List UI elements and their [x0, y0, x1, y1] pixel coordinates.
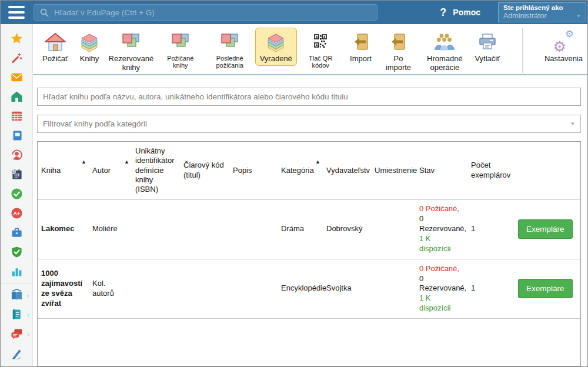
sort-indicator[interactable]: ▲: [81, 142, 89, 199]
settings-gears-icon: ⚙ ⚙: [552, 31, 574, 53]
home-icon: [11, 91, 23, 103]
search-icon: [40, 8, 49, 17]
sidebar-item-classbook[interactable]: [1, 126, 32, 145]
global-search-input[interactable]: Hľadať v EduPage (Ctrl + G): [34, 4, 377, 21]
sidebar-item-timetable[interactable]: [1, 106, 32, 126]
toolbar-item-label: Knihy: [80, 55, 99, 64]
cell-kategoria: Dráma: [278, 199, 315, 259]
table-header-row: Kniha ▲ Autor ▲ Unikátny identifikátor d…: [38, 142, 580, 199]
help-label: Pomoc: [453, 8, 480, 17]
edupage-library-screen: Hľadať v EduPage (Ctrl + G) ? Pomoc Ste …: [0, 0, 588, 367]
toolbar-item-vyradene[interactable]: Vyradené: [255, 28, 297, 66]
sidebar-item-attendance[interactable]: [1, 184, 32, 203]
toolbar-item-pozicat[interactable]: Požičať: [38, 28, 73, 66]
toolbar-item-vytlacit[interactable]: Vytlačiť: [470, 28, 505, 66]
column-header-vydavatelstvo[interactable]: Vydavateľstv: [323, 142, 371, 199]
sidebar-item-favorites[interactable]: [1, 29, 32, 48]
category-filter-select[interactable]: Filtrovať knihy podľa kategórii ▼: [37, 115, 581, 133]
sort-asc-icon: ▲: [81, 159, 89, 165]
table-row: 1000 zajímavostí ze svěza zvířat Kol. au…: [38, 259, 580, 318]
column-header-isbn[interactable]: Unikátny identifikátor definície knihy (…: [132, 142, 180, 199]
notebook-icon: [11, 129, 23, 142]
toolbar-item-tlac-qr-kodov[interactable]: Tlač QR kódov: [297, 28, 345, 72]
cell-umiestnenie: [371, 259, 416, 318]
recent-loans-icon: [218, 31, 242, 53]
sidebar-item-communication[interactable]: ›: [1, 324, 32, 343]
toolbar-item-label: Import: [350, 55, 372, 64]
star-icon: [11, 32, 23, 45]
sidebar-item-substitution[interactable]: [1, 145, 32, 165]
column-header-umiestnenie[interactable]: Umiestnenie: [371, 142, 416, 199]
cell-kniha: 1000 zajímavostí ze svěza zvířat: [38, 259, 81, 318]
column-header-ciarovy-kod[interactable]: Čiarový kód (titul): [180, 142, 229, 199]
cell-autor: Moliére: [89, 199, 124, 259]
sidebar-item-security[interactable]: [1, 242, 32, 262]
cell-kniha: Lakomec: [38, 199, 81, 259]
column-header-stav[interactable]: Stav: [416, 142, 467, 199]
library-book-icon: [11, 289, 23, 301]
column-header-kniha[interactable]: Kniha: [38, 142, 81, 199]
chevron-down-icon: ▼: [570, 121, 575, 126]
toolbar-item-hromadne-operacie[interactable]: Hromadné operácie: [419, 28, 470, 74]
sort-indicator[interactable]: ▲: [124, 142, 132, 199]
import-icon: [349, 31, 373, 53]
pen-icon: [11, 347, 23, 359]
lend-house-icon: [44, 31, 67, 53]
sidebar-divider: [1, 283, 32, 283]
documents-icon: [11, 308, 23, 321]
filters-section: Filtrovať knihy podľa kategórii ▼: [33, 75, 587, 133]
chevron-right-icon: ›: [27, 329, 29, 338]
toolbar-item-label: Po importe: [382, 55, 415, 72]
sidebar-item-wizard[interactable]: [1, 48, 32, 68]
column-header-pocet-exemplarov[interactable]: Počet exemplárov: [467, 142, 514, 199]
column-header-kategoria[interactable]: Kategória: [278, 142, 315, 199]
cell-kategoria: Encyklopédie: [278, 259, 315, 318]
exemplare-button[interactable]: Exempláre: [518, 219, 573, 239]
chat-bubbles-icon: [11, 328, 23, 340]
help-button[interactable]: ? Pomoc: [440, 6, 480, 19]
library-toolbar: Požičať Knihy: [33, 24, 587, 75]
sidebar-item-library[interactable]: ›: [1, 285, 32, 305]
chevron-right-icon: ›: [27, 310, 29, 319]
sidebar-item-grades[interactable]: A+: [1, 203, 32, 223]
cell-popis: [229, 259, 278, 318]
toolbar-item-rezervovane-knihy[interactable]: Rezervované knihy: [106, 28, 156, 74]
toolbar-item-import[interactable]: Import: [345, 28, 377, 66]
toolbar-item-label: Nastavenia: [544, 55, 583, 64]
user-menu[interactable]: Ste prihlásený ako Administrátor ▼: [498, 2, 586, 22]
cell-vydavatelstvo: Svojtka: [323, 259, 371, 318]
chevron-down-icon: ▼: [576, 14, 581, 19]
toolbar-item-pozicane-knihy[interactable]: Požičané knihy: [156, 28, 205, 72]
toolbar-item-nastavenia[interactable]: ⚙ ⚙ Nastavenia: [540, 28, 587, 66]
status-available: 1 K dispozícii: [419, 234, 450, 253]
toolbar-item-posledne-pozicania[interactable]: Posledné požičania: [205, 28, 255, 72]
column-header-popis[interactable]: Popis: [229, 142, 278, 199]
sort-asc-icon: ▲: [315, 159, 323, 165]
exemplare-button[interactable]: Exempláre: [518, 279, 573, 298]
toolbar-item-knihy[interactable]: Knihy: [73, 28, 106, 66]
sidebar-item-agenda[interactable]: [1, 223, 32, 242]
sidebar-item-statistics[interactable]: [1, 262, 32, 281]
toolbar-item-label: Posledné požičania: [209, 55, 250, 69]
sidebar-item-home[interactable]: [1, 87, 32, 106]
cell-actions: Exempláre: [514, 259, 580, 318]
toolbar-item-label: Požičané knihy: [161, 55, 200, 69]
cell-actions: Exempláre: [514, 199, 580, 259]
hamburger-menu-icon[interactable]: [8, 6, 25, 19]
toolbar-divider: [522, 28, 523, 73]
cell-ciarovy-kod: [180, 199, 229, 259]
sidebar-item-signature[interactable]: [1, 343, 32, 363]
logged-in-label: Ste prihlásený ako: [503, 4, 581, 11]
sidebar-item-documents[interactable]: ›: [1, 305, 32, 324]
toolbar-item-label: Tlač QR kódov: [302, 55, 340, 69]
book-search-input[interactable]: [37, 88, 581, 106]
sort-indicator[interactable]: ▲: [315, 142, 323, 199]
books-table: Kniha ▲ Autor ▲ Unikátny identifikátor d…: [38, 142, 580, 319]
column-header-autor[interactable]: Autor: [89, 142, 124, 199]
sidebar-item-calendar[interactable]: [1, 165, 32, 184]
toolbar-item-label: Vyradené: [260, 55, 292, 64]
cell-isbn: [132, 259, 180, 318]
toolbar-item-po-importe[interactable]: Po importe: [377, 28, 420, 74]
sidebar-item-messages[interactable]: [1, 68, 32, 87]
after-import-icon: [386, 31, 410, 53]
